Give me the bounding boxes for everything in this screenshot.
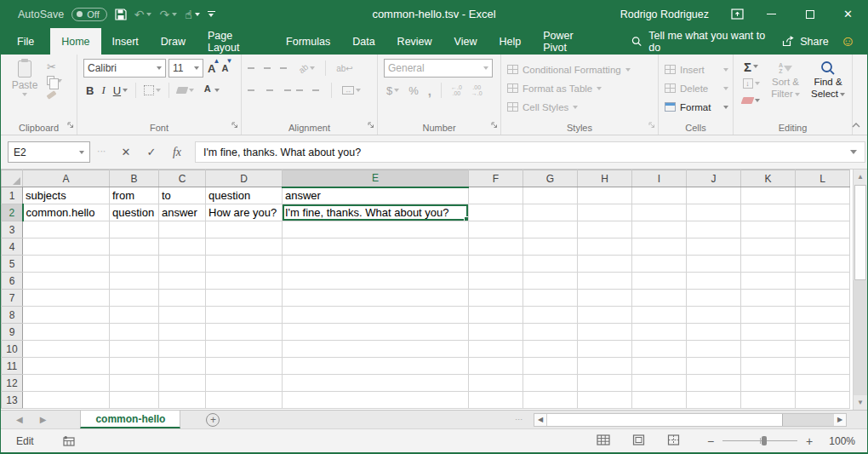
cell-G2[interactable] (523, 204, 578, 221)
column-header-D[interactable]: D (206, 170, 283, 187)
bottom-align-button[interactable] (280, 65, 291, 72)
normal-view-button[interactable] (597, 434, 610, 448)
cell-B11[interactable] (110, 358, 159, 375)
delete-cells-button[interactable]: Delete (665, 80, 728, 96)
row-header-9[interactable]: 9 (2, 324, 23, 341)
percent-style-button[interactable]: % (406, 81, 421, 100)
cell-L6[interactable] (796, 273, 850, 290)
cell-K6[interactable] (741, 273, 796, 290)
cell-J2[interactable] (687, 204, 741, 221)
zoom-slider-thumb[interactable] (762, 436, 767, 445)
cell-I2[interactable] (632, 204, 687, 221)
cell-F10[interactable] (469, 341, 523, 358)
cell-K2[interactable] (741, 204, 796, 221)
font-dialog-launcher[interactable] (231, 119, 238, 131)
cut-button[interactable]: ✂ (47, 60, 62, 73)
next-sheet-arrow[interactable]: ▶ (40, 415, 47, 424)
cell-K4[interactable] (741, 238, 796, 256)
cell-D4[interactable] (206, 238, 283, 256)
cell-C4[interactable] (159, 238, 206, 256)
ribbon-display-options-button[interactable] (731, 9, 744, 20)
font-color-button[interactable]: A (199, 81, 222, 100)
cell-F5[interactable] (469, 256, 523, 273)
cell-K7[interactable] (741, 290, 796, 307)
sort-filter-button[interactable]: AZ Sort & Filter (766, 59, 805, 108)
cell-C8[interactable] (159, 307, 206, 324)
column-header-K[interactable]: K (741, 170, 796, 187)
column-header-H[interactable]: H (578, 170, 632, 187)
paste-dropdown-icon[interactable] (22, 93, 27, 96)
format-as-table-button[interactable]: Format as Table (507, 80, 654, 96)
decrease-font-size-button[interactable]: A▼ (220, 59, 230, 78)
cell-I3[interactable] (632, 221, 687, 238)
cell-J8[interactable] (687, 307, 741, 324)
cell-H6[interactable] (578, 273, 632, 290)
increase-decimal-button[interactable]: ←.0 .00 (448, 81, 465, 100)
cell-J7[interactable] (687, 290, 741, 307)
horizontal-scroll-thumb[interactable] (546, 414, 783, 426)
cell-L4[interactable] (796, 238, 850, 256)
cell-L3[interactable] (796, 221, 850, 238)
cell-E5[interactable] (283, 256, 469, 273)
horizontal-scrollbar[interactable]: ◀ ▶ (534, 413, 847, 427)
align-center-button[interactable] (264, 87, 275, 95)
name-box[interactable]: E2 (8, 141, 90, 163)
cell-L8[interactable] (796, 307, 850, 324)
cell-F6[interactable] (469, 273, 523, 290)
font-color-dropdown-icon[interactable] (214, 89, 220, 92)
collapse-ribbon-button[interactable] (852, 118, 860, 130)
cell-J10[interactable] (687, 341, 741, 358)
select-all-corner[interactable] (2, 170, 23, 187)
cell-J6[interactable] (687, 273, 741, 290)
cell-I13[interactable] (632, 392, 687, 409)
cell-D3[interactable] (206, 221, 283, 238)
cell-J3[interactable] (687, 221, 741, 238)
underline-dropdown-icon[interactable] (123, 89, 128, 92)
cell-C9[interactable] (159, 324, 206, 341)
cell-J5[interactable] (687, 256, 741, 273)
cell-K1[interactable] (741, 187, 796, 204)
cell-D6[interactable] (206, 273, 283, 290)
cell-H2[interactable] (578, 204, 632, 221)
cell-D11[interactable] (206, 358, 283, 375)
cell-E11[interactable] (283, 358, 469, 375)
row-header-4[interactable]: 4 (2, 238, 23, 256)
scroll-left-arrow[interactable]: ◀ (534, 414, 546, 426)
borders-button[interactable] (141, 81, 163, 100)
row-header-6[interactable]: 6 (2, 273, 23, 290)
cell-A7[interactable] (23, 290, 110, 307)
cell-B6[interactable] (110, 273, 159, 290)
cell-B5[interactable] (110, 256, 159, 273)
merge-center-button[interactable]: ↔ (340, 81, 363, 100)
tab-file[interactable]: File (1, 28, 50, 55)
row-header-2[interactable]: 2 (2, 204, 23, 221)
cell-K8[interactable] (741, 307, 796, 324)
tab-review[interactable]: Review (386, 28, 443, 55)
tab-home[interactable]: Home (50, 28, 100, 55)
cell-A2[interactable]: common.hello (23, 204, 110, 221)
format-cells-button[interactable]: Format (665, 99, 728, 115)
cell-F7[interactable] (469, 290, 523, 307)
autosum-button[interactable]: Σ (740, 59, 762, 74)
cell-G7[interactable] (523, 290, 578, 307)
decrease-decimal-button[interactable]: .00 →.0 (469, 81, 485, 100)
cell-L2[interactable] (796, 204, 850, 221)
cell-I4[interactable] (632, 238, 687, 256)
column-header-E[interactable]: E (283, 170, 469, 187)
cell-H13[interactable] (578, 392, 632, 409)
fill-color-dropdown-icon[interactable] (189, 89, 194, 92)
number-format-dropdown-icon[interactable] (483, 66, 488, 70)
cell-G11[interactable] (523, 358, 578, 375)
merge-center-dropdown-icon[interactable] (356, 89, 361, 92)
cell-J4[interactable] (687, 238, 741, 256)
vertical-scroll-track[interactable] (854, 280, 867, 395)
middle-align-button[interactable] (264, 65, 275, 72)
cell-F11[interactable] (469, 358, 523, 375)
cell-J12[interactable] (687, 375, 741, 392)
cell-A4[interactable] (23, 238, 110, 256)
column-header-I[interactable]: I (632, 170, 687, 187)
cell-A10[interactable] (23, 341, 110, 358)
number-dialog-launcher[interactable] (491, 119, 498, 131)
cell-J9[interactable] (687, 324, 741, 341)
cell-F13[interactable] (469, 392, 523, 409)
